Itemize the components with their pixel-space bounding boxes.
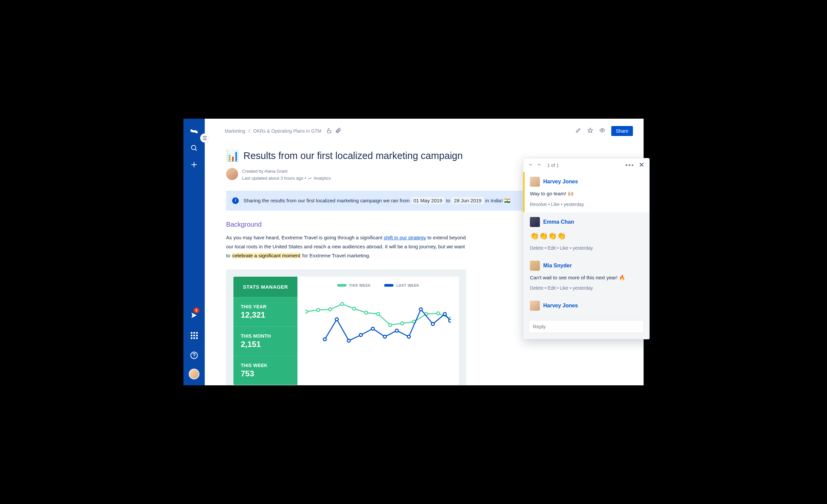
- svg-point-26: [384, 335, 387, 338]
- svg-point-22: [336, 318, 338, 321]
- inline-comment-highlight[interactable]: celebrate a significant moment: [232, 253, 301, 258]
- comment-author[interactable]: Harvey Jones: [543, 179, 578, 185]
- comment-author[interactable]: Emma Chan: [543, 219, 574, 225]
- notifications-icon[interactable]: 5: [187, 309, 201, 322]
- comment-avatar[interactable]: [530, 217, 540, 227]
- svg-point-28: [407, 335, 410, 338]
- svg-point-23: [347, 339, 350, 342]
- create-icon[interactable]: [187, 158, 201, 171]
- reply-author-avatar[interactable]: [530, 301, 540, 311]
- svg-point-25: [372, 327, 375, 330]
- comment-author[interactable]: Mia Snyder: [543, 263, 572, 269]
- comment: Mia SnyderCan't wait to see more of this…: [523, 256, 649, 296]
- svg-point-19: [437, 312, 440, 315]
- breadcrumb-link[interactable]: Marketing: [225, 128, 245, 134]
- attachments-icon[interactable]: [336, 128, 341, 135]
- sidebar-toggle[interactable]: [200, 133, 209, 143]
- svg-point-21: [324, 338, 327, 341]
- reply-author-name[interactable]: Harvey Jones: [543, 303, 578, 309]
- chart-legend: THIS WEEK LAST WEEK: [305, 283, 451, 287]
- svg-point-29: [420, 308, 423, 311]
- svg-point-10: [329, 308, 332, 311]
- search-icon[interactable]: [187, 141, 201, 155]
- comment-next-icon[interactable]: [528, 162, 533, 168]
- background-body: As you may have heard, Exxtreme Travel i…: [226, 233, 466, 260]
- breadcrumb-link[interactable]: OKRs & Operating Plans in GTM: [253, 128, 322, 134]
- restrictions-icon[interactable]: [326, 128, 332, 135]
- svg-point-16: [401, 322, 404, 325]
- comments-panel: 1 of 1 Harvey JonesWay to go team! 🙌🏼Res…: [523, 158, 649, 339]
- author-avatar[interactable]: [226, 168, 238, 180]
- global-nav: 5: [183, 119, 205, 385]
- svg-point-13: [365, 311, 368, 314]
- svg-point-8: [305, 310, 308, 313]
- comment-prev-icon[interactable]: [537, 162, 542, 168]
- svg-point-11: [341, 303, 344, 306]
- help-icon[interactable]: [187, 349, 201, 362]
- comment-actions[interactable]: Delete • Edit • Like • yesterday: [530, 285, 644, 291]
- svg-point-5: [194, 357, 194, 358]
- strategy-link[interactable]: shift in our strategy: [384, 235, 426, 240]
- analytics-icon: [307, 176, 312, 181]
- page-byline: Created by Alana Grant Last updated abou…: [242, 168, 331, 182]
- stats-dashboard: STATS MANAGER THIS YEAR12,321 THIS MONTH…: [226, 269, 466, 385]
- stats-title: STATS MANAGER: [233, 277, 297, 297]
- svg-point-0: [191, 145, 196, 150]
- svg-point-7: [601, 130, 603, 131]
- date-chip: 28 Jun 2019: [451, 197, 484, 204]
- app-switcher-icon[interactable]: [187, 329, 201, 342]
- svg-rect-6: [328, 130, 331, 133]
- share-button[interactable]: Share: [611, 126, 633, 136]
- page-header: Marketing / OKRs & Operating Plans in GT…: [205, 119, 644, 136]
- comment-body: Can't wait to see more of this next year…: [530, 274, 644, 282]
- date-chip: 01 May 2019: [411, 197, 445, 204]
- comment-avatar[interactable]: [530, 177, 540, 187]
- reply-input[interactable]: [529, 320, 644, 333]
- comment-actions[interactable]: Delete • Edit • Like • yesterday: [530, 245, 644, 251]
- svg-point-27: [395, 329, 398, 332]
- svg-point-9: [317, 309, 320, 312]
- comment-avatar[interactable]: [530, 261, 540, 271]
- comment-body: 👏👏👏👏: [530, 230, 644, 241]
- star-icon[interactable]: [587, 127, 593, 135]
- comment-body: Way to go team! 🙌🏼: [530, 190, 644, 198]
- svg-point-12: [353, 307, 356, 310]
- comment-actions[interactable]: Resolve • Like • yesterday: [530, 202, 644, 207]
- svg-point-14: [377, 313, 380, 316]
- svg-line-1: [195, 149, 197, 151]
- svg-point-30: [432, 323, 435, 326]
- page-emoji: 📊: [226, 149, 239, 162]
- confluence-logo-icon[interactable]: [187, 125, 201, 138]
- svg-point-24: [359, 334, 362, 337]
- analytics-link[interactable]: Analytics: [313, 175, 331, 182]
- more-menu-icon[interactable]: [626, 164, 633, 166]
- svg-point-31: [443, 313, 446, 316]
- comment: Harvey JonesWay to go team! 🙌🏼Resolve • …: [523, 172, 649, 212]
- watch-icon[interactable]: [599, 127, 605, 135]
- breadcrumb: Marketing / OKRs & Operating Plans in GT…: [225, 128, 571, 135]
- profile-avatar[interactable]: [189, 369, 199, 379]
- page-title: Results from our first localized marketi…: [243, 150, 463, 161]
- notification-badge: 5: [193, 307, 199, 313]
- line-chart: [305, 293, 451, 353]
- comment: Emma Chan👏👏👏👏Delete • Edit • Like • yest…: [523, 212, 649, 256]
- svg-point-32: [449, 319, 451, 322]
- comment-counter: 1 of 1: [547, 163, 559, 168]
- svg-point-15: [389, 324, 392, 327]
- close-icon[interactable]: [639, 162, 645, 169]
- info-icon: i: [232, 197, 239, 204]
- edit-icon[interactable]: [575, 127, 581, 135]
